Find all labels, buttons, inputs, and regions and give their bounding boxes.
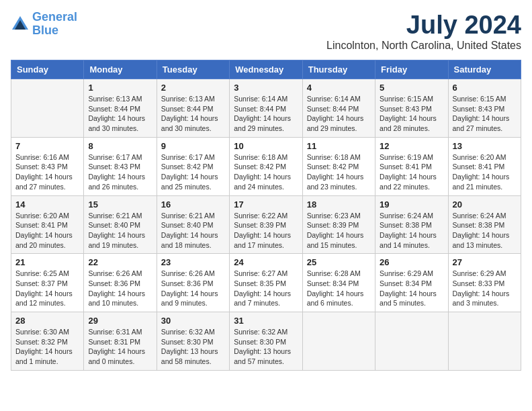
calendar-week: 21Sunrise: 6:25 AM Sunset: 8:37 PM Dayli… xyxy=(11,254,521,312)
weekday-header: Tuesday xyxy=(157,60,229,79)
weekday-header: Thursday xyxy=(302,60,375,79)
day-info: Sunrise: 6:17 AM Sunset: 8:42 PM Dayligh… xyxy=(161,152,225,192)
calendar-cell: 11Sunrise: 6:18 AM Sunset: 8:42 PM Dayli… xyxy=(302,137,375,195)
day-number: 3 xyxy=(234,83,298,93)
day-number: 15 xyxy=(88,199,152,210)
weekday-header: Friday xyxy=(375,60,448,79)
day-info: Sunrise: 6:26 AM Sunset: 8:36 PM Dayligh… xyxy=(161,269,225,308)
header: General Blue July 2024 Lincolnton, North… xyxy=(11,11,521,52)
day-number: 12 xyxy=(380,141,443,151)
day-info: Sunrise: 6:15 AM Sunset: 8:43 PM Dayligh… xyxy=(453,94,517,134)
day-info: Sunrise: 6:13 AM Sunset: 8:44 PM Dayligh… xyxy=(88,94,152,134)
calendar-week: 7Sunrise: 6:16 AM Sunset: 8:43 PM Daylig… xyxy=(11,137,521,195)
day-number: 10 xyxy=(234,141,298,151)
day-number: 20 xyxy=(453,199,517,210)
day-number: 30 xyxy=(161,316,225,326)
day-info: Sunrise: 6:28 AM Sunset: 8:34 PM Dayligh… xyxy=(307,269,371,308)
day-info: Sunrise: 6:25 AM Sunset: 8:37 PM Dayligh… xyxy=(15,269,79,308)
day-info: Sunrise: 6:13 AM Sunset: 8:44 PM Dayligh… xyxy=(161,94,225,134)
day-info: Sunrise: 6:18 AM Sunset: 8:42 PM Dayligh… xyxy=(234,152,298,192)
calendar-week: 14Sunrise: 6:20 AM Sunset: 8:41 PM Dayli… xyxy=(11,195,521,254)
day-info: Sunrise: 6:14 AM Sunset: 8:44 PM Dayligh… xyxy=(307,94,371,134)
calendar-cell: 13Sunrise: 6:20 AM Sunset: 8:41 PM Dayli… xyxy=(448,137,521,195)
calendar-cell: 18Sunrise: 6:23 AM Sunset: 8:39 PM Dayli… xyxy=(302,195,375,254)
calendar-cell: 27Sunrise: 6:29 AM Sunset: 8:33 PM Dayli… xyxy=(448,254,521,312)
day-info: Sunrise: 6:24 AM Sunset: 8:38 PM Dayligh… xyxy=(380,211,443,250)
day-info: Sunrise: 6:18 AM Sunset: 8:42 PM Dayligh… xyxy=(307,152,371,192)
day-info: Sunrise: 6:21 AM Sunset: 8:40 PM Dayligh… xyxy=(88,211,152,250)
calendar-cell: 4Sunrise: 6:14 AM Sunset: 8:44 PM Daylig… xyxy=(302,79,375,138)
calendar-cell xyxy=(375,312,448,371)
calendar-cell: 20Sunrise: 6:24 AM Sunset: 8:38 PM Dayli… xyxy=(448,195,521,254)
day-info: Sunrise: 6:21 AM Sunset: 8:40 PM Dayligh… xyxy=(161,211,225,250)
location-title: Lincolnton, North Carolina, United State… xyxy=(326,40,521,52)
calendar-cell: 15Sunrise: 6:21 AM Sunset: 8:40 PM Dayli… xyxy=(84,195,157,254)
calendar-cell: 16Sunrise: 6:21 AM Sunset: 8:40 PM Dayli… xyxy=(157,195,229,254)
day-info: Sunrise: 6:20 AM Sunset: 8:41 PM Dayligh… xyxy=(453,152,517,192)
day-info: Sunrise: 6:30 AM Sunset: 8:32 PM Dayligh… xyxy=(15,327,79,367)
calendar-cell: 21Sunrise: 6:25 AM Sunset: 8:37 PM Dayli… xyxy=(11,254,84,312)
day-info: Sunrise: 6:26 AM Sunset: 8:36 PM Dayligh… xyxy=(88,269,152,308)
calendar-cell: 24Sunrise: 6:27 AM Sunset: 8:35 PM Dayli… xyxy=(230,254,302,312)
day-number: 25 xyxy=(307,257,371,267)
day-number: 19 xyxy=(380,199,443,210)
calendar-cell: 22Sunrise: 6:26 AM Sunset: 8:36 PM Dayli… xyxy=(84,254,157,312)
calendar-table: SundayMondayTuesdayWednesdayThursdayFrid… xyxy=(11,60,521,371)
day-number: 27 xyxy=(453,257,517,267)
day-number: 18 xyxy=(307,199,371,210)
day-number: 21 xyxy=(15,257,79,267)
day-number: 26 xyxy=(380,257,443,267)
calendar-cell: 10Sunrise: 6:18 AM Sunset: 8:42 PM Dayli… xyxy=(230,137,302,195)
calendar-cell: 9Sunrise: 6:17 AM Sunset: 8:42 PM Daylig… xyxy=(157,137,229,195)
logo-icon xyxy=(11,15,30,34)
day-info: Sunrise: 6:22 AM Sunset: 8:39 PM Dayligh… xyxy=(234,211,298,250)
day-number: 16 xyxy=(161,199,225,210)
day-number: 29 xyxy=(88,316,152,326)
calendar-cell: 17Sunrise: 6:22 AM Sunset: 8:39 PM Dayli… xyxy=(230,195,302,254)
calendar-cell: 30Sunrise: 6:32 AM Sunset: 8:30 PM Dayli… xyxy=(157,312,229,371)
day-info: Sunrise: 6:27 AM Sunset: 8:35 PM Dayligh… xyxy=(234,269,298,308)
weekday-header: Sunday xyxy=(11,60,84,79)
day-number: 4 xyxy=(307,83,371,93)
weekday-header: Wednesday xyxy=(230,60,302,79)
day-number: 8 xyxy=(88,141,152,151)
calendar-cell: 28Sunrise: 6:30 AM Sunset: 8:32 PM Dayli… xyxy=(11,312,84,371)
month-title: July 2024 xyxy=(326,11,521,40)
weekday-header: Saturday xyxy=(448,60,521,79)
calendar-cell: 1Sunrise: 6:13 AM Sunset: 8:44 PM Daylig… xyxy=(84,79,157,138)
day-number: 7 xyxy=(15,141,79,151)
day-info: Sunrise: 6:15 AM Sunset: 8:43 PM Dayligh… xyxy=(380,94,443,134)
calendar-week: 1Sunrise: 6:13 AM Sunset: 8:44 PM Daylig… xyxy=(11,79,521,138)
day-number: 6 xyxy=(453,83,517,93)
calendar-cell: 23Sunrise: 6:26 AM Sunset: 8:36 PM Dayli… xyxy=(157,254,229,312)
calendar-cell: 26Sunrise: 6:29 AM Sunset: 8:34 PM Dayli… xyxy=(375,254,448,312)
day-info: Sunrise: 6:23 AM Sunset: 8:39 PM Dayligh… xyxy=(307,211,371,250)
day-number: 9 xyxy=(161,141,225,151)
day-info: Sunrise: 6:29 AM Sunset: 8:34 PM Dayligh… xyxy=(380,269,443,308)
day-info: Sunrise: 6:16 AM Sunset: 8:43 PM Dayligh… xyxy=(15,152,79,192)
day-number: 28 xyxy=(15,316,79,326)
day-number: 2 xyxy=(161,83,225,93)
calendar-cell: 19Sunrise: 6:24 AM Sunset: 8:38 PM Dayli… xyxy=(375,195,448,254)
day-info: Sunrise: 6:29 AM Sunset: 8:33 PM Dayligh… xyxy=(453,269,517,308)
day-number: 22 xyxy=(88,257,152,267)
calendar-cell xyxy=(302,312,375,371)
calendar-cell: 6Sunrise: 6:15 AM Sunset: 8:43 PM Daylig… xyxy=(448,79,521,138)
calendar-week: 28Sunrise: 6:30 AM Sunset: 8:32 PM Dayli… xyxy=(11,312,521,371)
calendar-cell: 5Sunrise: 6:15 AM Sunset: 8:43 PM Daylig… xyxy=(375,79,448,138)
logo-text: General Blue xyxy=(32,11,77,38)
day-number: 13 xyxy=(453,141,517,151)
calendar-cell: 8Sunrise: 6:17 AM Sunset: 8:43 PM Daylig… xyxy=(84,137,157,195)
title-section: July 2024 Lincolnton, North Carolina, Un… xyxy=(326,11,521,52)
calendar-cell: 14Sunrise: 6:20 AM Sunset: 8:41 PM Dayli… xyxy=(11,195,84,254)
day-info: Sunrise: 6:14 AM Sunset: 8:44 PM Dayligh… xyxy=(234,94,298,134)
day-number: 5 xyxy=(380,83,443,93)
day-number: 14 xyxy=(15,199,79,210)
logo: General Blue xyxy=(11,11,77,38)
day-number: 11 xyxy=(307,141,371,151)
calendar-cell xyxy=(448,312,521,371)
calendar-cell: 29Sunrise: 6:31 AM Sunset: 8:31 PM Dayli… xyxy=(84,312,157,371)
day-info: Sunrise: 6:20 AM Sunset: 8:41 PM Dayligh… xyxy=(15,211,79,250)
day-number: 31 xyxy=(234,316,298,326)
calendar-cell: 31Sunrise: 6:32 AM Sunset: 8:30 PM Dayli… xyxy=(230,312,302,371)
